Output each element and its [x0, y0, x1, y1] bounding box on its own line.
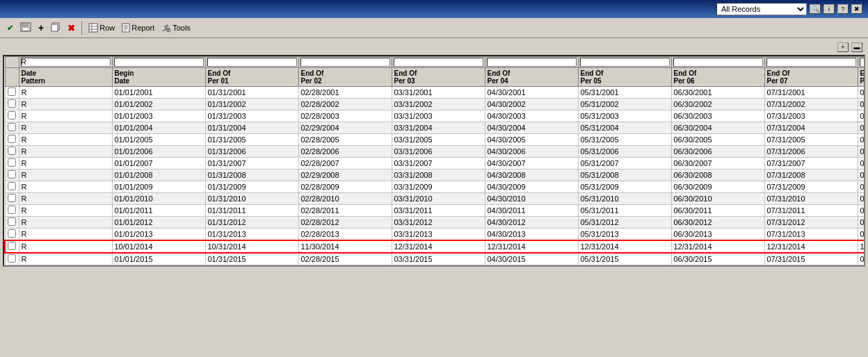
row-checkbox-cell[interactable]: [5, 229, 19, 241]
header-end-per-05[interactable]: End OfPer 05: [578, 68, 671, 87]
row-checkbox-cell[interactable]: [5, 217, 19, 229]
query-info-button[interactable]: i: [823, 4, 835, 14]
filter-date-pattern[interactable]: [19, 57, 112, 68]
row-select-checkbox[interactable]: [8, 147, 16, 155]
row-checkbox-cell[interactable]: [5, 134, 19, 146]
check-button[interactable]: ✔: [4, 22, 16, 35]
cell-endPer08: 08/31/2001: [858, 87, 865, 99]
header-end-per-01[interactable]: End OfPer 01: [205, 68, 298, 87]
cell-endPer03: 03/31/2004: [392, 122, 485, 134]
save-button[interactable]: [17, 20, 34, 35]
cell-endPer01: 10/31/2014: [205, 240, 298, 253]
report-button[interactable]: Report: [119, 21, 157, 35]
cell-endPer05: 05/31/2002: [578, 99, 671, 110]
add-button[interactable]: +: [35, 20, 47, 35]
row-checkbox-cell[interactable]: [5, 99, 19, 110]
row-checkbox-cell[interactable]: [5, 110, 19, 122]
table-row[interactable]: R01/01/200701/31/200702/28/200703/31/200…: [5, 158, 865, 169]
table-row[interactable]: R01/01/200801/31/200802/29/200803/31/200…: [5, 169, 865, 181]
cell-endPer07: 07/31/2015: [764, 253, 858, 265]
header-end-per-04[interactable]: End OfPer 04: [485, 68, 578, 87]
cell-endPer05: 05/31/2004: [578, 122, 671, 134]
grid-add-button[interactable]: +: [837, 42, 849, 52]
grid-remove-button[interactable]: ▬: [851, 42, 862, 52]
cell-endPer02: 02/28/2006: [298, 146, 392, 158]
row-select-checkbox[interactable]: [8, 88, 16, 96]
row-select-checkbox[interactable]: [8, 194, 16, 202]
row-checkbox-cell[interactable]: [5, 240, 19, 253]
row-checkbox-cell[interactable]: [5, 181, 19, 193]
row-select-checkbox[interactable]: [8, 182, 16, 190]
row-select-checkbox[interactable]: [8, 99, 16, 108]
copy-button[interactable]: [48, 20, 63, 35]
table-row[interactable]: R01/01/201201/31/201202/28/201203/31/201…: [5, 217, 865, 229]
delete-button[interactable]: ✖: [65, 21, 78, 35]
row-select-checkbox[interactable]: [8, 111, 16, 119]
row-checkbox-cell[interactable]: [5, 253, 19, 265]
cell-datePattern: R: [19, 87, 112, 99]
row-select-checkbox[interactable]: [8, 170, 16, 178]
cell-endPer03: 03/31/2008: [392, 169, 485, 181]
cell-endPer06: 06/30/2007: [671, 158, 764, 169]
tools-button[interactable]: Tools: [159, 21, 193, 35]
table-row[interactable]: R01/01/200901/31/200902/28/200903/31/200…: [5, 181, 865, 193]
row-select-checkbox[interactable]: [8, 217, 16, 226]
row-select-checkbox[interactable]: [8, 242, 16, 250]
cell-endPer04: 04/30/2011: [485, 205, 578, 217]
header-begin-date[interactable]: BeginDate: [112, 68, 205, 87]
table-row[interactable]: R01/01/201501/31/201502/28/201503/31/201…: [5, 253, 865, 265]
table-row[interactable]: R01/01/200601/31/200602/28/200603/31/200…: [5, 146, 865, 158]
filter-date-pattern-input[interactable]: [21, 58, 111, 67]
row-select-checkbox[interactable]: [8, 158, 16, 167]
row-select-checkbox[interactable]: [8, 254, 16, 263]
query-find-button[interactable]: 🔍: [810, 4, 821, 14]
cell-endPer02: 02/28/2007: [298, 158, 392, 169]
cell-endPer08: 08/31/2011: [858, 205, 865, 217]
row-select-checkbox[interactable]: [8, 123, 16, 131]
query-dropdown[interactable]: All Records Custom Query: [716, 3, 807, 15]
table-row[interactable]: R01/01/200201/31/200202/28/200203/31/200…: [5, 99, 865, 110]
header-date-pattern[interactable]: DatePattern: [19, 68, 112, 87]
table-row[interactable]: R01/01/201001/31/201002/28/201003/31/201…: [5, 193, 865, 205]
cell-endPer04: 12/31/2014: [485, 240, 578, 253]
header-end-per-03[interactable]: End OfPer 03: [392, 68, 485, 87]
cell-endPer05: 12/31/2014: [578, 240, 671, 253]
header-end-per-06[interactable]: End OfPer 06: [671, 68, 764, 87]
filter-begin-date[interactable]: [112, 57, 205, 68]
row-checkbox-cell[interactable]: [5, 146, 19, 158]
header-end-per-02[interactable]: End OfPer 02: [298, 68, 392, 87]
svg-rect-2: [22, 28, 29, 31]
table-row[interactable]: R01/01/200301/31/200302/28/200303/31/200…: [5, 110, 865, 122]
cell-endPer07: 07/31/2007: [764, 158, 858, 169]
cell-datePattern: R: [19, 229, 112, 241]
row-checkbox-cell[interactable]: [5, 87, 19, 99]
table-row[interactable]: R01/01/200401/31/200402/29/200403/31/200…: [5, 122, 865, 134]
cell-endPer07: 07/31/2012: [764, 217, 858, 229]
query-help-button[interactable]: ?: [837, 4, 849, 14]
cell-datePattern: R: [19, 240, 112, 253]
row-select-checkbox[interactable]: [8, 229, 16, 238]
table-row[interactable]: R01/01/200101/31/200102/28/200103/31/200…: [5, 87, 865, 99]
cell-endPer08: 08/31/2003: [858, 110, 865, 122]
cell-endPer08: 08/31/2013: [858, 229, 865, 241]
row-checkbox-cell[interactable]: [5, 205, 19, 217]
row-checkbox-cell[interactable]: [5, 169, 19, 181]
table-row[interactable]: R10/01/201410/31/201411/30/201412/31/201…: [5, 240, 865, 253]
row-checkbox-cell[interactable]: [5, 193, 19, 205]
data-table-container[interactable]: DatePattern BeginDate End OfPer 01 End O…: [3, 55, 865, 267]
row-button[interactable]: Row: [86, 21, 118, 35]
row-select-checkbox[interactable]: [8, 206, 16, 214]
cell-endPer01: 01/31/2015: [205, 253, 298, 265]
row-checkbox-cell[interactable]: [5, 122, 19, 134]
row-select-checkbox[interactable]: [8, 135, 16, 143]
table-row[interactable]: R01/01/201301/31/201302/28/201303/31/201…: [5, 229, 865, 241]
row-checkbox-cell[interactable]: [5, 158, 19, 169]
query-close-button[interactable]: ✖: [851, 4, 862, 14]
header-end-per-07[interactable]: End OfPer 07: [764, 68, 858, 87]
cell-endPer04: 04/30/2006: [485, 146, 578, 158]
header-end-per-08[interactable]: End OfPer 08: [858, 68, 865, 87]
table-row[interactable]: R01/01/201101/31/201102/28/201103/31/201…: [5, 205, 865, 217]
table-row[interactable]: R01/01/200501/31/200502/28/200503/31/200…: [5, 134, 865, 146]
filter-begin-date-input[interactable]: [114, 58, 204, 67]
cell-endPer06: 06/30/2002: [671, 99, 764, 110]
